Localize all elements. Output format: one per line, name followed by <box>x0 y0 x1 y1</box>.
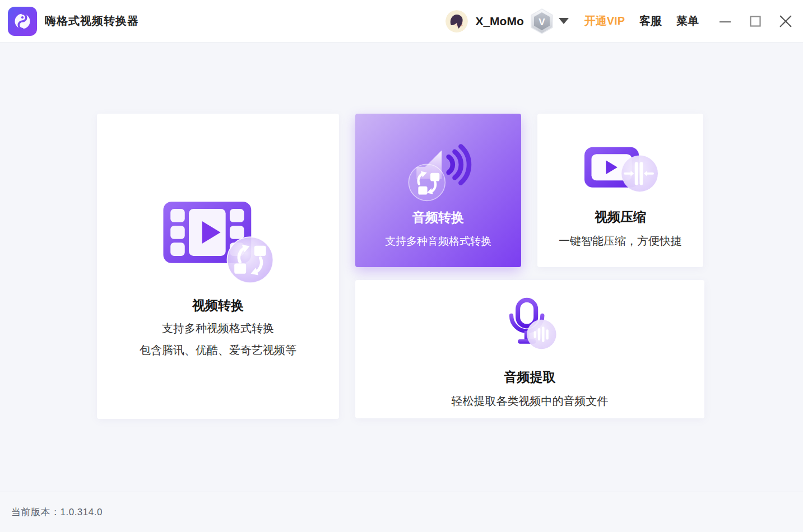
main-area: 视频转换 支持多种视频格式转换 包含腾讯、优酷、爱奇艺视频等 <box>0 43 803 492</box>
audio-extract-title: 音频提取 <box>504 368 556 386</box>
vip-upgrade-button[interactable]: 开通VIP <box>584 13 625 29</box>
username[interactable]: X_MoMo <box>475 15 523 28</box>
support-button[interactable]: 客服 <box>639 13 662 29</box>
maximize-button[interactable] <box>748 14 763 29</box>
video-convert-icon <box>159 198 277 287</box>
version-value: 1.0.314.0 <box>61 507 103 518</box>
svg-text:V: V <box>539 17 545 27</box>
video-compress-title: 视频压缩 <box>595 208 646 226</box>
audio-convert-icon <box>399 134 477 206</box>
audio-extract-icon <box>502 297 559 356</box>
app-logo-icon <box>8 7 37 36</box>
menu-button[interactable]: 菜单 <box>676 13 699 29</box>
footer-bar: 当前版本： 1.0.314.0 <box>0 492 803 532</box>
video-convert-desc1: 支持多种视频格式转换 <box>162 321 274 336</box>
user-avatar[interactable] <box>445 10 468 32</box>
minimize-button[interactable] <box>718 14 732 29</box>
video-compress-desc1: 一键智能压缩，方便快捷 <box>559 234 682 249</box>
card-video-compress[interactable]: 视频压缩 一键智能压缩，方便快捷 <box>537 114 703 267</box>
audio-extract-desc1: 轻松提取各类视频中的音频文件 <box>452 394 609 409</box>
card-audio-extract[interactable]: 音频提取 轻松提取各类视频中的音频文件 <box>355 280 704 418</box>
card-audio-convert[interactable]: 音频转换 支持多种音频格式转换 <box>355 114 521 267</box>
vip-badge-icon[interactable]: V <box>530 8 554 35</box>
audio-convert-title: 音频转换 <box>412 209 464 226</box>
video-convert-desc2: 包含腾讯、优酷、爱奇艺视频等 <box>140 343 296 358</box>
app-title: 嗨格式视频转换器 <box>45 13 139 29</box>
video-convert-title: 视频转换 <box>192 297 244 314</box>
chevron-down-icon[interactable] <box>559 18 569 24</box>
audio-convert-desc1: 支持多种音频格式转换 <box>385 234 491 249</box>
video-compress-icon <box>581 141 660 200</box>
titlebar: 嗨格式视频转换器 X_MoMo <box>0 0 803 43</box>
titlebar-right-cluster: X_MoMo V 开通VIP 客服 菜单 <box>445 8 803 35</box>
close-button[interactable] <box>778 14 793 29</box>
version-label: 当前版本： <box>11 506 61 519</box>
card-video-convert[interactable]: 视频转换 支持多种视频格式转换 包含腾讯、优酷、爱奇艺视频等 <box>97 114 339 419</box>
